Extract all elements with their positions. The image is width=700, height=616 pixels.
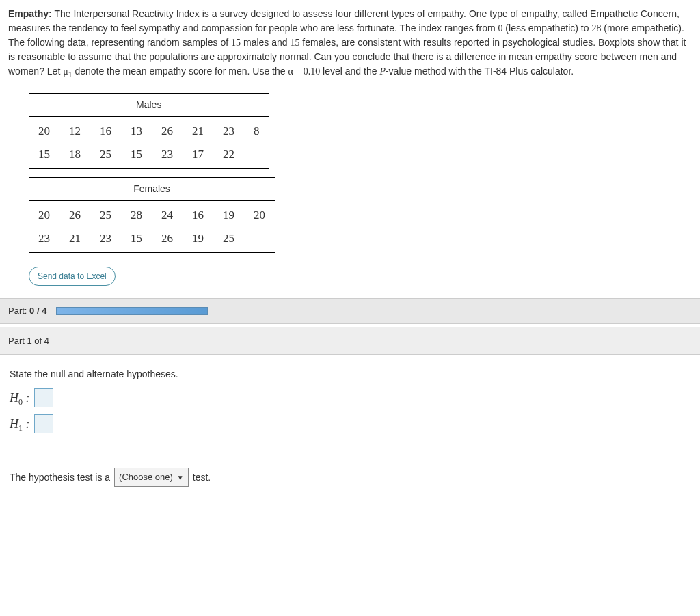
h0-answer-input[interactable] [34,388,53,407]
null-hypothesis-row: H0 : [10,388,690,407]
females-label: Females [29,178,275,201]
progress-label: Part: 0 / 4 [8,304,46,318]
problem-title: Empathy: [8,8,52,19]
test-type-dropdown[interactable]: (Choose one) ▼ [114,468,189,487]
problem-statement: Empathy: The Interpersonal Reactivity In… [8,7,692,81]
alt-hypothesis-row: H1 : [10,414,690,433]
chevron-down-icon: ▼ [177,472,184,483]
h1-answer-input[interactable] [34,414,53,433]
send-to-excel-button[interactable]: Send data to Excel [29,267,116,286]
part-header: Part 1 of 4 [0,327,700,356]
males-data-table: Males 201216132621238 15182515231722 [29,93,692,169]
males-label: Males [29,94,269,117]
females-data-table: Females 2026252824161920 23212315261925 [29,177,692,253]
question-prompt: State the null and alternate hypotheses. [10,367,690,381]
progress-bar-row: Part: 0 / 4 [0,298,700,324]
progress-bar [56,307,208,315]
test-type-sentence: The hypothesis test is a (Choose one) ▼ … [10,468,690,487]
